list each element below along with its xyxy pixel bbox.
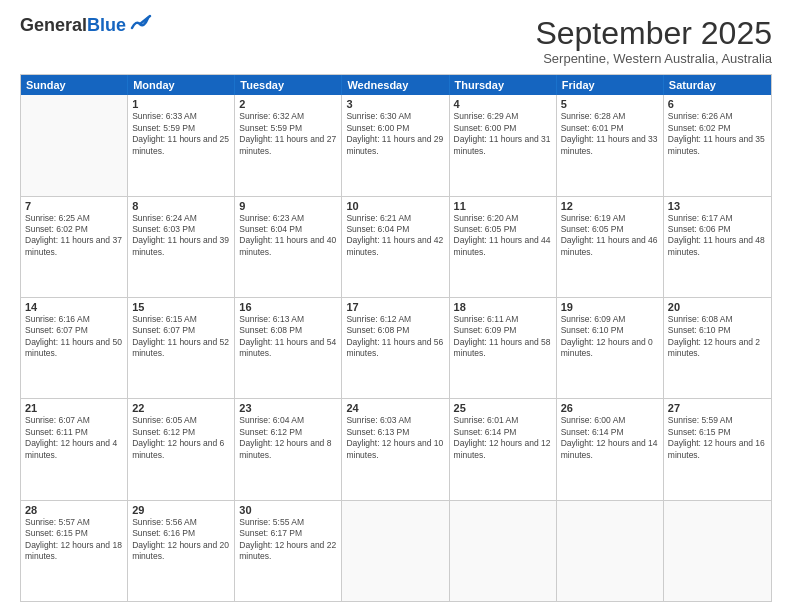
calendar-day-cell: 8Sunrise: 6:24 AM Sunset: 6:03 PM Daylig… [128, 197, 235, 297]
day-number: 7 [25, 200, 123, 212]
calendar-day-cell [557, 501, 664, 601]
day-info: Sunrise: 6:09 AM Sunset: 6:10 PM Dayligh… [561, 314, 659, 360]
day-info: Sunrise: 6:32 AM Sunset: 5:59 PM Dayligh… [239, 111, 337, 157]
day-info: Sunrise: 6:19 AM Sunset: 6:05 PM Dayligh… [561, 213, 659, 259]
day-number: 26 [561, 402, 659, 414]
calendar-day-cell [342, 501, 449, 601]
day-number: 15 [132, 301, 230, 313]
day-number: 21 [25, 402, 123, 414]
calendar-day-cell: 24Sunrise: 6:03 AM Sunset: 6:13 PM Dayli… [342, 399, 449, 499]
day-number: 27 [668, 402, 767, 414]
day-info: Sunrise: 5:57 AM Sunset: 6:15 PM Dayligh… [25, 517, 123, 563]
day-info: Sunrise: 6:29 AM Sunset: 6:00 PM Dayligh… [454, 111, 552, 157]
day-info: Sunrise: 6:05 AM Sunset: 6:12 PM Dayligh… [132, 415, 230, 461]
day-info: Sunrise: 6:33 AM Sunset: 5:59 PM Dayligh… [132, 111, 230, 157]
calendar-body: 1Sunrise: 6:33 AM Sunset: 5:59 PM Daylig… [21, 95, 771, 601]
day-info: Sunrise: 6:28 AM Sunset: 6:01 PM Dayligh… [561, 111, 659, 157]
day-info: Sunrise: 6:04 AM Sunset: 6:12 PM Dayligh… [239, 415, 337, 461]
day-number: 18 [454, 301, 552, 313]
calendar-week-row: 1Sunrise: 6:33 AM Sunset: 5:59 PM Daylig… [21, 95, 771, 196]
calendar-day-cell: 3Sunrise: 6:30 AM Sunset: 6:00 PM Daylig… [342, 95, 449, 195]
calendar-day-cell: 26Sunrise: 6:00 AM Sunset: 6:14 PM Dayli… [557, 399, 664, 499]
logo-wave-icon [130, 14, 152, 32]
calendar-day-cell: 9Sunrise: 6:23 AM Sunset: 6:04 PM Daylig… [235, 197, 342, 297]
day-info: Sunrise: 6:25 AM Sunset: 6:02 PM Dayligh… [25, 213, 123, 259]
logo-general: GeneralBlue [20, 16, 126, 34]
day-number: 10 [346, 200, 444, 212]
calendar-day-cell: 29Sunrise: 5:56 AM Sunset: 6:16 PM Dayli… [128, 501, 235, 601]
day-info: Sunrise: 5:59 AM Sunset: 6:15 PM Dayligh… [668, 415, 767, 461]
day-number: 24 [346, 402, 444, 414]
day-info: Sunrise: 6:24 AM Sunset: 6:03 PM Dayligh… [132, 213, 230, 259]
day-number: 20 [668, 301, 767, 313]
calendar-day-cell: 4Sunrise: 6:29 AM Sunset: 6:00 PM Daylig… [450, 95, 557, 195]
day-info: Sunrise: 6:12 AM Sunset: 6:08 PM Dayligh… [346, 314, 444, 360]
location-subtitle: Serpentine, Western Australia, Australia [535, 51, 772, 66]
day-info: Sunrise: 5:55 AM Sunset: 6:17 PM Dayligh… [239, 517, 337, 563]
month-title: September 2025 [535, 16, 772, 51]
calendar-week-row: 21Sunrise: 6:07 AM Sunset: 6:11 PM Dayli… [21, 399, 771, 500]
day-info: Sunrise: 6:17 AM Sunset: 6:06 PM Dayligh… [668, 213, 767, 259]
calendar-day-cell: 7Sunrise: 6:25 AM Sunset: 6:02 PM Daylig… [21, 197, 128, 297]
calendar-day-cell: 13Sunrise: 6:17 AM Sunset: 6:06 PM Dayli… [664, 197, 771, 297]
day-number: 4 [454, 98, 552, 110]
day-number: 14 [25, 301, 123, 313]
day-number: 28 [25, 504, 123, 516]
calendar-day-cell: 20Sunrise: 6:08 AM Sunset: 6:10 PM Dayli… [664, 298, 771, 398]
day-info: Sunrise: 6:26 AM Sunset: 6:02 PM Dayligh… [668, 111, 767, 157]
day-number: 2 [239, 98, 337, 110]
day-info: Sunrise: 6:11 AM Sunset: 6:09 PM Dayligh… [454, 314, 552, 360]
calendar-day-cell: 27Sunrise: 5:59 AM Sunset: 6:15 PM Dayli… [664, 399, 771, 499]
day-number: 12 [561, 200, 659, 212]
day-number: 6 [668, 98, 767, 110]
calendar-day-cell: 12Sunrise: 6:19 AM Sunset: 6:05 PM Dayli… [557, 197, 664, 297]
day-number: 5 [561, 98, 659, 110]
day-info: Sunrise: 6:08 AM Sunset: 6:10 PM Dayligh… [668, 314, 767, 360]
calendar-header-day: Saturday [664, 75, 771, 95]
day-info: Sunrise: 6:03 AM Sunset: 6:13 PM Dayligh… [346, 415, 444, 461]
day-number: 19 [561, 301, 659, 313]
day-number: 29 [132, 504, 230, 516]
calendar-week-row: 28Sunrise: 5:57 AM Sunset: 6:15 PM Dayli… [21, 501, 771, 601]
calendar-day-cell: 10Sunrise: 6:21 AM Sunset: 6:04 PM Dayli… [342, 197, 449, 297]
calendar-day-cell: 30Sunrise: 5:55 AM Sunset: 6:17 PM Dayli… [235, 501, 342, 601]
day-number: 3 [346, 98, 444, 110]
day-info: Sunrise: 6:00 AM Sunset: 6:14 PM Dayligh… [561, 415, 659, 461]
calendar-day-cell: 18Sunrise: 6:11 AM Sunset: 6:09 PM Dayli… [450, 298, 557, 398]
calendar-week-row: 14Sunrise: 6:16 AM Sunset: 6:07 PM Dayli… [21, 298, 771, 399]
day-number: 17 [346, 301, 444, 313]
calendar-day-cell: 15Sunrise: 6:15 AM Sunset: 6:07 PM Dayli… [128, 298, 235, 398]
day-info: Sunrise: 6:20 AM Sunset: 6:05 PM Dayligh… [454, 213, 552, 259]
calendar-header-day: Friday [557, 75, 664, 95]
day-info: Sunrise: 6:16 AM Sunset: 6:07 PM Dayligh… [25, 314, 123, 360]
calendar-day-cell: 21Sunrise: 6:07 AM Sunset: 6:11 PM Dayli… [21, 399, 128, 499]
day-number: 1 [132, 98, 230, 110]
calendar-day-cell: 16Sunrise: 6:13 AM Sunset: 6:08 PM Dayli… [235, 298, 342, 398]
day-info: Sunrise: 5:56 AM Sunset: 6:16 PM Dayligh… [132, 517, 230, 563]
day-number: 9 [239, 200, 337, 212]
calendar-header-day: Monday [128, 75, 235, 95]
day-number: 30 [239, 504, 337, 516]
header: GeneralBlue September 2025 Serpentine, W… [20, 16, 772, 66]
day-number: 22 [132, 402, 230, 414]
day-info: Sunrise: 6:21 AM Sunset: 6:04 PM Dayligh… [346, 213, 444, 259]
calendar-day-cell [664, 501, 771, 601]
calendar-week-row: 7Sunrise: 6:25 AM Sunset: 6:02 PM Daylig… [21, 197, 771, 298]
day-info: Sunrise: 6:13 AM Sunset: 6:08 PM Dayligh… [239, 314, 337, 360]
calendar-header-day: Wednesday [342, 75, 449, 95]
calendar: SundayMondayTuesdayWednesdayThursdayFrid… [20, 74, 772, 602]
day-info: Sunrise: 6:23 AM Sunset: 6:04 PM Dayligh… [239, 213, 337, 259]
calendar-day-cell: 5Sunrise: 6:28 AM Sunset: 6:01 PM Daylig… [557, 95, 664, 195]
page: GeneralBlue September 2025 Serpentine, W… [0, 0, 792, 612]
calendar-day-cell: 6Sunrise: 6:26 AM Sunset: 6:02 PM Daylig… [664, 95, 771, 195]
day-info: Sunrise: 6:30 AM Sunset: 6:00 PM Dayligh… [346, 111, 444, 157]
day-info: Sunrise: 6:01 AM Sunset: 6:14 PM Dayligh… [454, 415, 552, 461]
title-block: September 2025 Serpentine, Western Austr… [535, 16, 772, 66]
calendar-day-cell: 11Sunrise: 6:20 AM Sunset: 6:05 PM Dayli… [450, 197, 557, 297]
calendar-day-cell: 2Sunrise: 6:32 AM Sunset: 5:59 PM Daylig… [235, 95, 342, 195]
calendar-header-day: Thursday [450, 75, 557, 95]
calendar-header-day: Tuesday [235, 75, 342, 95]
calendar-day-cell: 19Sunrise: 6:09 AM Sunset: 6:10 PM Dayli… [557, 298, 664, 398]
day-number: 13 [668, 200, 767, 212]
day-info: Sunrise: 6:15 AM Sunset: 6:07 PM Dayligh… [132, 314, 230, 360]
